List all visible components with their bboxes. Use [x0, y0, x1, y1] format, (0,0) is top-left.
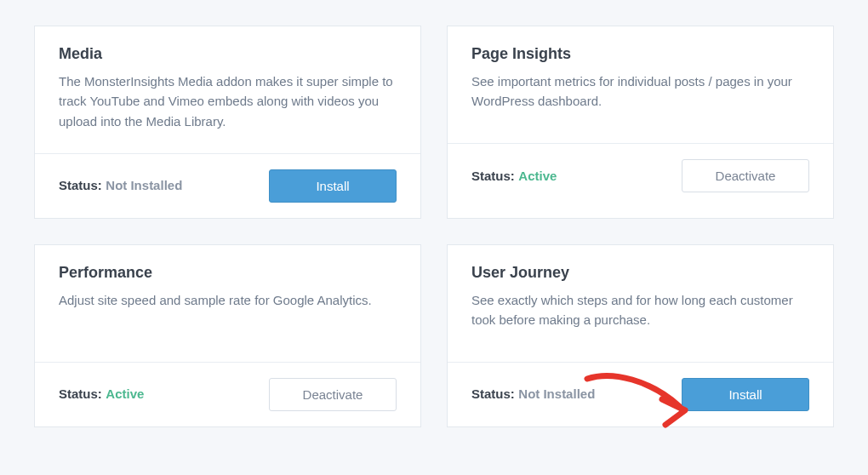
status-wrapper: Status: Not Installed: [59, 178, 182, 193]
card-footer: Status: Active Deactivate: [448, 144, 833, 208]
addon-description: See exactly which steps and for how long…: [471, 290, 809, 330]
status-value: Not Installed: [106, 178, 182, 192]
status-label: Status:: [59, 386, 102, 401]
status-wrapper: Status: Not Installed: [471, 386, 595, 402]
addon-title: Media: [59, 45, 397, 63]
status-value: Active: [518, 169, 557, 183]
card-body: Performance Adjust site speed and sample…: [35, 245, 420, 363]
card-body: Media The MonsterInsights Media addon ma…: [35, 26, 420, 154]
deactivate-button[interactable]: Deactivate: [682, 159, 809, 192]
addon-title: Page Insights: [471, 45, 809, 63]
card-body: User Journey See exactly which steps and…: [448, 245, 833, 363]
status-value: Active: [106, 386, 144, 401]
addon-description: Adjust site speed and sample rate for Go…: [59, 290, 397, 310]
addon-description: See important metrics for individual pos…: [471, 72, 809, 112]
card-footer: Status: Not Installed Install: [448, 363, 833, 426]
addon-card-user-journey: User Journey See exactly which steps and…: [447, 244, 834, 427]
status-label: Status:: [471, 386, 515, 401]
addon-card-performance: Performance Adjust site speed and sample…: [34, 244, 421, 427]
card-footer: Status: Active Deactivate: [35, 363, 420, 426]
card-body: Page Insights See important metrics for …: [448, 26, 833, 144]
status-wrapper: Status: Active: [471, 169, 557, 184]
addon-title: Performance: [59, 264, 397, 282]
addon-title: User Journey: [471, 264, 809, 282]
status-label: Status:: [59, 178, 102, 192]
install-button[interactable]: Install: [682, 378, 809, 411]
addon-card-media: Media The MonsterInsights Media addon ma…: [34, 26, 421, 219]
addon-description: The MonsterInsights Media addon makes it…: [59, 72, 397, 131]
install-button[interactable]: Install: [269, 169, 397, 203]
addon-grid: Media The MonsterInsights Media addon ma…: [34, 26, 834, 427]
deactivate-button[interactable]: Deactivate: [269, 378, 397, 411]
status-wrapper: Status: Active: [59, 386, 144, 402]
addon-card-page-insights: Page Insights See important metrics for …: [447, 26, 834, 219]
status-value: Not Installed: [518, 386, 595, 401]
status-label: Status:: [471, 169, 515, 183]
card-footer: Status: Not Installed Install: [35, 154, 420, 218]
